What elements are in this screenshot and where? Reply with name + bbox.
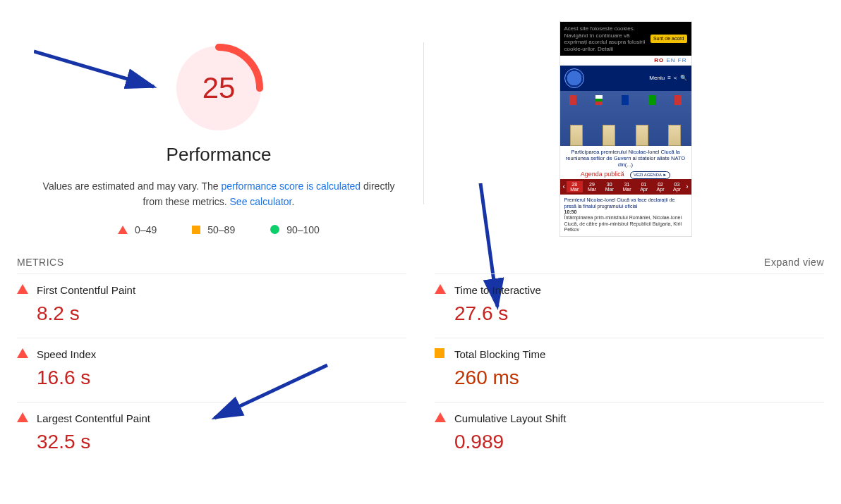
performance-description: Values are estimated and may vary. The p… xyxy=(35,178,402,210)
see-calculator-link[interactable]: See calculator xyxy=(230,196,292,207)
triangle-red-icon xyxy=(435,412,446,422)
metric-name: Speed Index xyxy=(37,348,406,361)
menu-label: Meniu xyxy=(649,75,665,82)
triangle-red-icon xyxy=(118,226,128,234)
hero-caption: Participarea premierului Nicolae-Ionel C… xyxy=(560,146,691,171)
metric-value: 16.6 s xyxy=(37,367,406,389)
cal-next-icon: › xyxy=(686,183,688,191)
expand-view-link[interactable]: Expand view xyxy=(764,257,824,268)
metric-tbt[interactable]: Total Blocking Time 260 ms xyxy=(435,338,824,402)
metric-cls[interactable]: Cumulative Layout Shift 0.989 xyxy=(435,402,824,466)
language-switcher: RO EN FR xyxy=(560,56,691,66)
hero-image xyxy=(560,91,691,146)
square-orange-icon xyxy=(435,348,444,358)
triangle-red-icon xyxy=(17,412,28,422)
gov-seal-icon xyxy=(564,68,584,88)
metric-name: Time to Interactive xyxy=(454,284,824,297)
legend-good: 90–100 xyxy=(270,224,320,235)
page-screenshot-thumbnail: Acest site foloseste cookies. Navigând î… xyxy=(559,21,692,237)
metric-tti[interactable]: Time to Interactive 27.6 s xyxy=(435,273,824,338)
performance-title: Performance xyxy=(14,144,423,166)
metric-lcp[interactable]: Largest Contentful Paint 32.5 s xyxy=(17,402,406,466)
cookie-accept-button: Sunt de acord xyxy=(651,35,687,43)
metric-name: Total Blocking Time xyxy=(454,348,824,361)
triangle-red-icon xyxy=(17,284,28,294)
metric-value: 8.2 s xyxy=(37,302,406,325)
search-icon: 🔍 xyxy=(680,75,687,82)
metric-name: Cumulative Layout Shift xyxy=(454,412,824,425)
triangle-red-icon xyxy=(435,284,446,294)
performance-score: 25 xyxy=(173,42,265,134)
legend-average: 50–89 xyxy=(192,224,235,235)
square-orange-icon xyxy=(192,226,200,234)
metric-value: 27.6 s xyxy=(454,302,824,325)
circle-green-icon xyxy=(270,225,279,234)
performance-gauge: 25 xyxy=(173,42,265,134)
metric-fcp[interactable]: First Contentful Paint 8.2 s xyxy=(17,273,406,338)
agenda-button: VEZI AGENDA ► xyxy=(630,171,670,179)
hamburger-icon: ≡ xyxy=(667,75,671,82)
score-legend: 0–49 50–89 90–100 xyxy=(14,224,423,235)
triangle-red-icon xyxy=(17,348,28,358)
share-icon: < xyxy=(674,75,677,82)
cal-prev-icon: ‹ xyxy=(563,183,565,191)
metric-si[interactable]: Speed Index 16.6 s xyxy=(17,338,406,402)
metric-name: First Contentful Paint xyxy=(37,284,406,297)
metric-value: 0.989 xyxy=(454,431,824,453)
cookie-text: Acest site foloseste cookies. Navigând î… xyxy=(564,25,649,52)
agenda-title: Agenda publică xyxy=(581,169,624,179)
metric-value: 32.5 s xyxy=(37,431,406,453)
legend-poor: 0–49 xyxy=(118,224,157,235)
metric-value: 260 ms xyxy=(454,367,824,389)
metric-name: Largest Contentful Paint xyxy=(37,412,406,425)
score-calc-link[interactable]: performance score is calculated xyxy=(222,180,361,192)
calendar-strip: ‹ 28 Mar 29 Mar 30 Mar 31 Mar 01 Apr 02 … xyxy=(560,179,691,195)
metrics-heading: METRICS xyxy=(17,257,64,268)
